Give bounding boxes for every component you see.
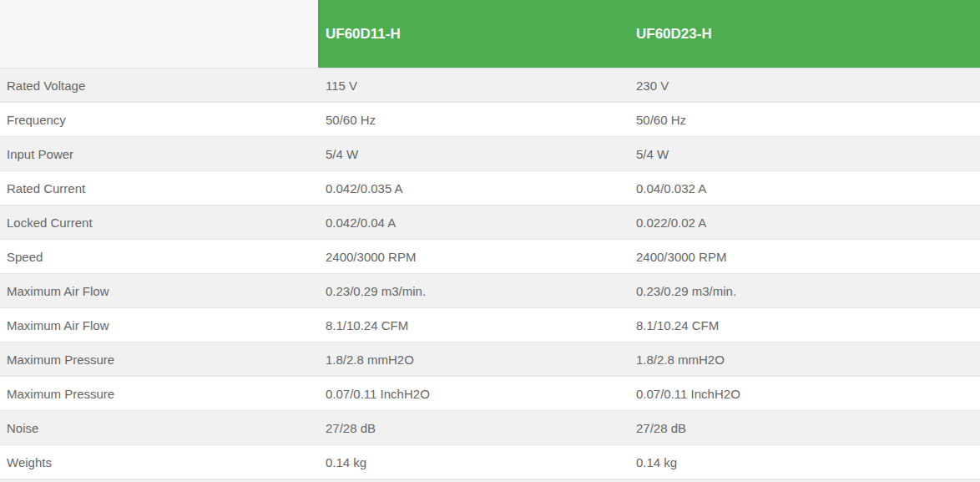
row-label: Maximum Pressure bbox=[0, 377, 318, 411]
table-row: Noise 27/28 dB 27/28 dB bbox=[0, 411, 980, 445]
spec-table-container: UF60D11-H UF60D23-H Rated Voltage 115 V … bbox=[0, 0, 980, 482]
row-value-uf60d11h: 115 V bbox=[318, 68, 629, 103]
row-label: Maximum Air Flow bbox=[0, 308, 318, 342]
table-row: Maximum Air Flow 8.1/10.24 CFM 8.1/10.24… bbox=[0, 308, 980, 342]
row-value-uf60d23h: 50/60 Hz bbox=[629, 103, 980, 137]
row-label: Locked Current bbox=[0, 205, 318, 240]
row-value-uf60d11h: 0.14 kg bbox=[318, 445, 629, 479]
row-value-uf60d11h: 0.23/0.29 m3/min. bbox=[318, 274, 629, 308]
row-label: Noise bbox=[0, 411, 318, 445]
table-row: Maximum Air Flow 0.23/0.29 m3/min. 0.23/… bbox=[0, 274, 980, 308]
table-row: Frequency 50/60 Hz 50/60 Hz bbox=[0, 103, 980, 137]
row-value-uf60d11h: 0.042/0.04 A bbox=[318, 205, 629, 240]
row-value-uf60d11h: 5/4 W bbox=[318, 137, 629, 171]
row-value-uf60d23h: 230 V bbox=[629, 68, 980, 103]
row-label: Rated Voltage bbox=[0, 68, 318, 103]
row-value-uf60d23h: 0.022/0.02 A bbox=[629, 205, 980, 240]
row-label: Maximum Pressure bbox=[0, 342, 318, 377]
row-value-uf60d23h: 5/4 W bbox=[629, 137, 980, 171]
header-row: UF60D11-H UF60D23-H bbox=[0, 0, 980, 68]
row-value-uf60d11h: 50/60 Hz bbox=[318, 103, 629, 137]
header-model-uf60d11h: UF60D11-H bbox=[318, 0, 629, 68]
table-row: Rated Current 0.042/0.035 A 0.04/0.032 A bbox=[0, 171, 980, 205]
row-value-uf60d11h: 0.07/0.11 InchH2O bbox=[318, 377, 629, 411]
row-value-uf60d11h: 8.1/10.24 CFM bbox=[318, 308, 629, 342]
row-value-uf60d23h: 0.07/0.11 InchH2O bbox=[629, 377, 980, 411]
spec-table-body: Rated Voltage 115 V 230 V Frequency 50/6… bbox=[0, 68, 980, 479]
table-row: Speed 2400/3000 RPM 2400/3000 RPM bbox=[0, 240, 980, 274]
row-value-uf60d23h: 0.23/0.29 m3/min. bbox=[629, 274, 980, 308]
row-label: Weights bbox=[0, 445, 318, 479]
row-value-uf60d23h: 2400/3000 RPM bbox=[629, 240, 980, 274]
row-value-uf60d11h: 2400/3000 RPM bbox=[318, 240, 629, 274]
row-value-uf60d23h: 27/28 dB bbox=[629, 411, 980, 445]
row-label: Rated Current bbox=[0, 171, 318, 205]
row-label: Input Power bbox=[0, 137, 318, 171]
spec-table: UF60D11-H UF60D23-H Rated Voltage 115 V … bbox=[0, 0, 980, 479]
row-label: Frequency bbox=[0, 103, 318, 137]
table-row: Locked Current 0.042/0.04 A 0.022/0.02 A bbox=[0, 205, 980, 240]
table-row: Maximum Pressure 1.8/2.8 mmH2O 1.8/2.8 m… bbox=[0, 342, 980, 377]
table-row: Rated Voltage 115 V 230 V bbox=[0, 68, 980, 103]
table-row: Weights 0.14 kg 0.14 kg bbox=[0, 445, 980, 479]
row-value-uf60d23h: 8.1/10.24 CFM bbox=[629, 308, 980, 342]
row-value-uf60d23h: 1.8/2.8 mmH2O bbox=[629, 342, 980, 377]
table-row: Input Power 5/4 W 5/4 W bbox=[0, 137, 980, 171]
row-value-uf60d11h: 0.042/0.035 A bbox=[318, 171, 629, 205]
row-value-uf60d23h: 0.14 kg bbox=[629, 445, 980, 479]
row-value-uf60d11h: 1.8/2.8 mmH2O bbox=[318, 342, 629, 377]
header-model-uf60d23h: UF60D23-H bbox=[629, 0, 980, 68]
spec-table-header: UF60D11-H UF60D23-H bbox=[0, 0, 980, 68]
row-label: Speed bbox=[0, 240, 318, 274]
row-label: Maximum Air Flow bbox=[0, 274, 318, 308]
table-row: Maximum Pressure 0.07/0.11 InchH2O 0.07/… bbox=[0, 377, 980, 411]
header-corner-cell bbox=[0, 0, 318, 68]
row-value-uf60d11h: 27/28 dB bbox=[318, 411, 629, 445]
row-value-uf60d23h: 0.04/0.032 A bbox=[629, 171, 980, 205]
